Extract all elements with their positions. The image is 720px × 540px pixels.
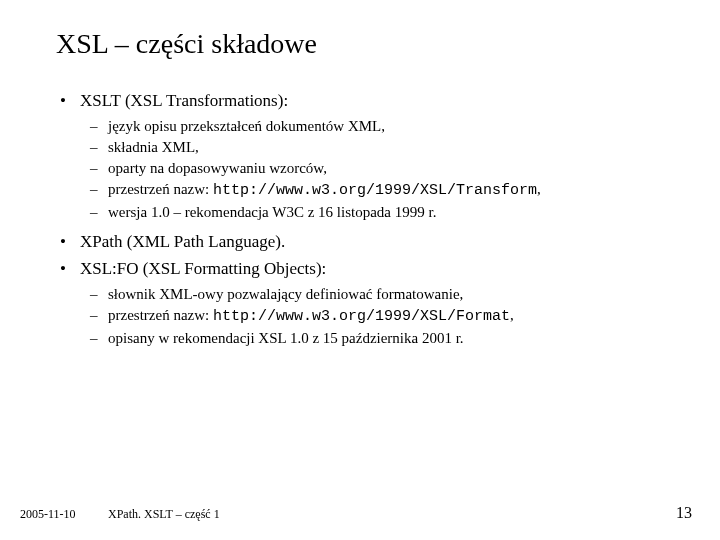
sub-item-prefix: przestrzeń nazw: — [108, 181, 213, 197]
page-number: 13 — [676, 504, 692, 522]
slide-footer: 2005-11-10 XPath. XSLT – część 1 13 — [0, 504, 720, 522]
sub-item-suffix: , — [510, 307, 514, 323]
sub-list: język opisu przekształceń dokumentów XML… — [80, 116, 672, 223]
sub-item: oparty na dopasowywaniu wzorców, — [80, 158, 672, 179]
sub-item: wersja 1.0 – rekomendacja W3C z 16 listo… — [80, 202, 672, 223]
sub-item-suffix: , — [537, 181, 541, 197]
sub-item: składnia XML, — [80, 137, 672, 158]
sub-item: słownik XML-owy pozwalający definiować f… — [80, 284, 672, 305]
list-item-label: XSLT (XSL Transformations): — [80, 91, 288, 110]
sub-item-prefix: przestrzeń nazw: — [108, 307, 213, 323]
sub-list: słownik XML-owy pozwalający definiować f… — [80, 284, 672, 349]
sub-item: język opisu przekształceń dokumentów XML… — [80, 116, 672, 137]
bullet-list: XSLT (XSL Transformations): język opisu … — [56, 88, 672, 349]
sub-item: opisany w rekomendacji XSL 1.0 z 15 paźd… — [80, 328, 672, 349]
footer-title: XPath. XSLT – część 1 — [108, 507, 220, 522]
list-item: XSLT (XSL Transformations): język opisu … — [56, 88, 672, 223]
footer-date: 2005-11-10 — [20, 507, 100, 522]
list-item-label: XSL:FO (XSL Formatting Objects): — [80, 259, 326, 278]
code-text: http://www.w3.org/1999/XSL/Transform — [213, 182, 537, 199]
list-item: XPath (XML Path Language). — [56, 229, 672, 255]
sub-item: przestrzeń nazw: http://www.w3.org/1999/… — [80, 305, 672, 327]
slide-title: XSL – części składowe — [56, 28, 672, 60]
list-item: XSL:FO (XSL Formatting Objects): słownik… — [56, 256, 672, 348]
sub-item: przestrzeń nazw: http://www.w3.org/1999/… — [80, 179, 672, 201]
list-item-label: XPath (XML Path Language). — [80, 232, 285, 251]
code-text: http://www.w3.org/1999/XSL/Format — [213, 308, 510, 325]
